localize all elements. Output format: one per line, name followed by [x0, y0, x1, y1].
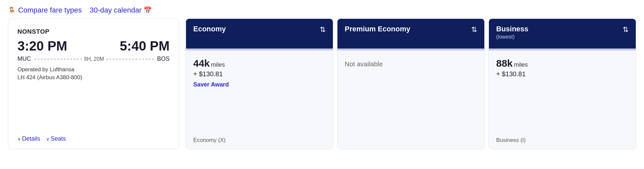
fare-class-label-business: Business (I) [496, 134, 629, 144]
flight-operator: Operated by Lufthansa [17, 66, 170, 73]
details-link[interactable]: ∨ Details [17, 135, 40, 142]
seat-icon: 🪑 [8, 6, 16, 14]
origin-airport: MUC [17, 55, 31, 62]
arrive-time: 5:40 PM [120, 39, 170, 53]
sort-icon-premium-economy[interactable]: ⇅ [471, 25, 477, 34]
fare-column-economy: Economy ⇅ 44k miles + $130.81 Saver Awar… [186, 18, 333, 149]
fare-price-big-business: 88k [496, 58, 513, 69]
flight-stop-label: NONSTOP [17, 28, 170, 35]
route-line: 8H, 20M [31, 56, 157, 62]
fare-class-label-economy: Economy (X) [193, 134, 326, 144]
seats-label: Seats [51, 135, 66, 142]
fare-header-title-business: Business (lowest) [496, 25, 528, 40]
flight-card-top: NONSTOP 3:20 PM 5:40 PM MUC 8H, 20M BOS … [17, 28, 170, 86]
fare-price-extra-business: + $130.81 [496, 70, 629, 78]
fare-header-title-economy: Economy [193, 25, 226, 33]
calendar-icon: 📅 [144, 6, 152, 14]
route-dash-left [34, 59, 82, 59]
route-dash-right [106, 59, 154, 59]
fare-not-available-premium-economy: Not available [345, 58, 477, 68]
flight-number: LH 424 (Airbus A380-800) [17, 74, 170, 81]
top-bar: 🪑 Compare fare types 30-day calendar 📅 [0, 0, 644, 18]
compare-fare-types-link[interactable]: 🪑 Compare fare types [8, 6, 82, 15]
fare-header-economy: Economy ⇅ [186, 19, 333, 49]
seats-link[interactable]: ∨ Seats [46, 135, 66, 142]
sort-icon-economy[interactable]: ⇅ [320, 25, 326, 34]
fare-price-extra-economy: + $130.81 [193, 70, 326, 78]
details-label: Details [22, 135, 40, 142]
details-chevron-icon: ∨ [17, 136, 21, 142]
fare-price-unit-economy: miles [211, 61, 225, 68]
compare-fare-types-label: Compare fare types [18, 6, 82, 15]
fare-class-label-premium-economy [345, 140, 477, 144]
fare-body-content-economy: 44k miles + $130.81 Saver Award [193, 58, 326, 88]
fare-column-business: Business (lowest) ⇅ 88k miles + $130.81 … [489, 18, 636, 149]
fare-award-label-economy[interactable]: Saver Award [193, 81, 326, 88]
seats-chevron-icon: ∨ [46, 136, 49, 142]
flight-actions: ∨ Details ∨ Seats [17, 135, 170, 142]
main-content: NONSTOP 3:20 PM 5:40 PM MUC 8H, 20M BOS … [0, 18, 644, 157]
flight-times: 3:20 PM 5:40 PM [17, 39, 170, 53]
fare-price-big-economy: 44k [193, 58, 210, 69]
calendar-label: 30-day calendar [90, 6, 142, 15]
fare-body-business: 88k miles + $130.81 Business (I) [489, 51, 636, 149]
fare-price-line-economy: 44k miles [193, 58, 326, 69]
depart-time: 3:20 PM [17, 39, 67, 53]
destination-airport: BOS [157, 55, 170, 62]
fare-header-premium-economy: Premium Economy ⇅ [337, 19, 484, 49]
fare-body-content-business: 88k miles + $130.81 [496, 58, 629, 81]
fare-column-premium-economy: Premium Economy ⇅ Not available [337, 18, 485, 149]
fare-header-business: Business (lowest) ⇅ [489, 19, 636, 49]
fare-price-unit-business: miles [514, 61, 528, 68]
fare-header-title-premium-economy: Premium Economy [345, 25, 410, 33]
fare-body-premium-economy: Not available [337, 51, 484, 149]
route-duration: 8H, 20M [84, 56, 104, 62]
flight-info-card: NONSTOP 3:20 PM 5:40 PM MUC 8H, 20M BOS … [8, 18, 179, 149]
fare-price-line-business: 88k miles [496, 58, 629, 69]
fare-body-economy: 44k miles + $130.81 Saver Award Economy … [186, 51, 333, 149]
sort-icon-business[interactable]: ⇅ [623, 25, 629, 34]
flight-route: MUC 8H, 20M BOS [17, 55, 170, 62]
fare-body-content-premium-economy: Not available [345, 58, 477, 68]
calendar-link[interactable]: 30-day calendar 📅 [90, 6, 152, 15]
